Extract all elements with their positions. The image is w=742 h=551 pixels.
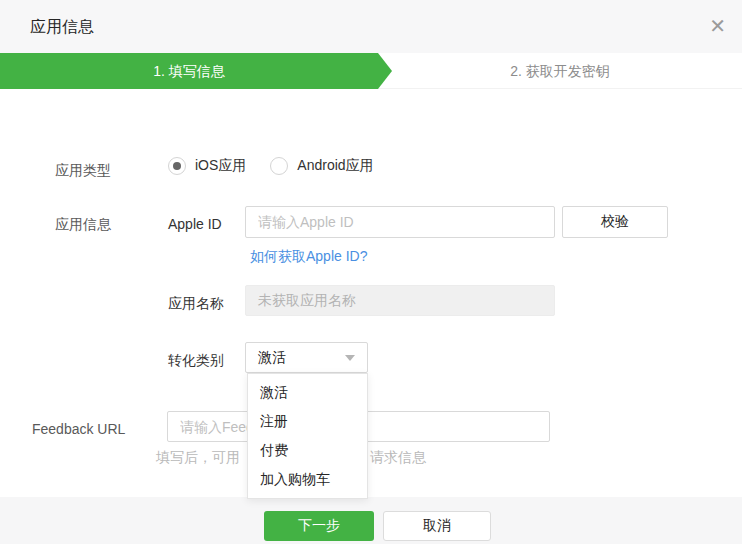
feedback-url-label: Feedback URL [32,419,125,439]
feedback-helper-prefix: 填写后，可用 [156,449,240,467]
dropdown-option-add-to-cart[interactable]: 加入购物车 [248,465,367,494]
step-2-get-dev-key: 2. 获取开发密钥 [378,53,742,89]
apple-id-label: Apple ID [168,214,222,234]
radio-ios-label: iOS应用 [195,157,246,175]
step-arrow-icon [378,53,392,89]
verify-button[interactable]: 校验 [562,206,668,238]
step-1-fill-info: 1. 填写信息 [0,53,378,89]
dropdown-option-pay[interactable]: 付费 [248,436,367,465]
app-type-label: 应用类型 [55,160,111,180]
radio-android-label: Android应用 [297,157,373,175]
dropdown-option-register[interactable]: 注册 [248,407,367,436]
app-info-label: 应用信息 [55,214,111,234]
conversion-type-dropdown: 激活 注册 付费 加入购物车 [247,373,368,499]
close-icon[interactable]: ✕ [709,14,726,38]
radio-android-app[interactable]: Android应用 [270,157,373,175]
how-to-get-apple-id-link[interactable]: 如何获取Apple ID? [250,248,367,266]
app-name-disabled-input: 未获取应用名称 [245,285,555,316]
feedback-helper-suffix: 请求信息 [370,449,426,467]
select-value: 激活 [258,349,345,367]
next-step-button[interactable]: 下一步 [264,511,374,541]
dropdown-option-activate[interactable]: 激活 [248,378,367,407]
app-info-dialog: 应用信息 ✕ 2. 获取开发密钥 1. 填写信息 应用类型 iOS应用 Andr… [0,0,742,551]
radio-unselected-icon [270,157,288,175]
radio-selected-icon [168,157,186,175]
radio-ios-app[interactable]: iOS应用 [168,157,246,175]
dialog-header: 应用信息 ✕ [0,0,742,53]
dialog-title: 应用信息 [30,0,94,53]
wizard-stepper: 2. 获取开发密钥 1. 填写信息 [0,53,742,89]
conversion-type-label: 转化类别 [168,350,224,370]
chevron-down-icon [345,355,355,361]
app-type-radio-group: iOS应用 Android应用 [168,157,374,175]
apple-id-input[interactable] [245,206,555,238]
app-name-label: 应用名称 [168,293,224,313]
conversion-type-select[interactable]: 激活 [245,342,368,373]
cancel-button[interactable]: 取消 [383,511,491,541]
